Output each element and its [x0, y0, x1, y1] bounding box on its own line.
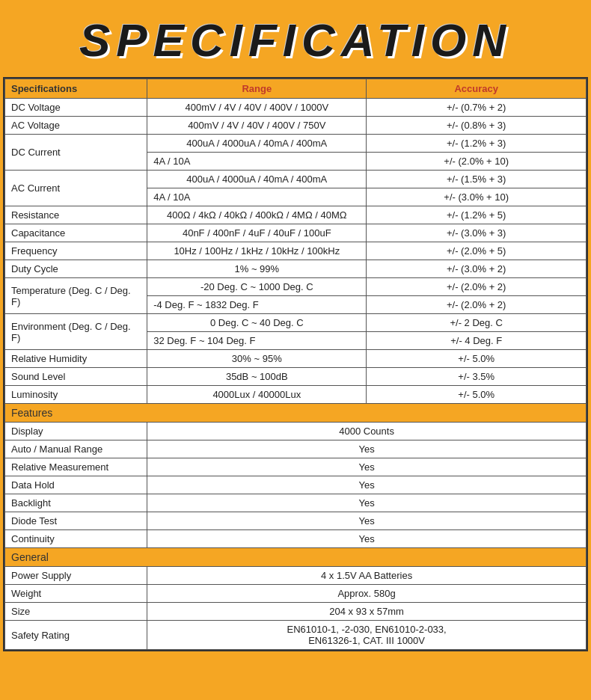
general-value: 204 x 93 x 57mm: [147, 603, 587, 621]
general-value: Approx. 580g: [147, 585, 587, 603]
spec-range: 4A / 10A: [147, 153, 367, 171]
col-header-specifications: Specifications: [5, 79, 147, 99]
spec-accuracy: +/- (3.0% + 2): [367, 260, 587, 278]
general-value: 4 x 1.5V AA Batteries: [147, 567, 587, 585]
specification-table: Specifications Range Accuracy DC Voltage…: [4, 79, 587, 650]
feature-label: Auto / Manual Range: [5, 440, 147, 458]
table-row: Resistance400Ω / 4kΩ / 40kΩ / 400kΩ / 4M…: [5, 206, 587, 224]
spec-label: Environment (Deg. C / Deg. F): [5, 314, 147, 350]
spec-range: 4000Lux / 40000Lux: [147, 386, 367, 404]
spec-table-wrapper: Specifications Range Accuracy DC Voltage…: [3, 77, 588, 651]
spec-range: 400uA / 4000uA / 40mA / 400mA: [147, 135, 367, 153]
spec-accuracy: +/- (3.0% + 3): [367, 224, 587, 242]
general-section-header: General: [5, 548, 587, 567]
spec-range: 400uA / 4000uA / 40mA / 400mA: [147, 171, 367, 188]
table-row: Auto / Manual RangeYes: [5, 440, 587, 458]
spec-accuracy: +/- (3.0% + 10): [367, 188, 587, 206]
table-row: Relative Humidity30% ~ 95%+/- 5.0%: [5, 350, 587, 368]
feature-value: Yes: [147, 512, 587, 530]
feature-label: Continuity: [5, 530, 147, 548]
spec-label: Sound Level: [5, 368, 147, 386]
feature-label: Relative Measurement: [5, 458, 147, 476]
table-row: Power Supply4 x 1.5V AA Batteries: [5, 567, 587, 585]
general-value: EN61010-1, -2-030, EN61010-2-033, EN6132…: [147, 621, 587, 650]
table-row: Data HoldYes: [5, 476, 587, 494]
spec-label: AC Voltage: [5, 117, 147, 135]
spec-accuracy: +/- 5.0%: [367, 386, 587, 404]
page-title: SPECIFICATION: [7, 13, 584, 67]
features-section-header: Features: [5, 404, 587, 423]
page-header: SPECIFICATION: [0, 0, 591, 77]
spec-accuracy: +/- 2 Deg. C: [367, 314, 587, 332]
table-row: Luminosity4000Lux / 40000Lux+/- 5.0%: [5, 386, 587, 404]
spec-range: 35dB ~ 100dB: [147, 368, 367, 386]
table-row: Diode TestYes: [5, 512, 587, 530]
spec-range: 1% ~ 99%: [147, 260, 367, 278]
spec-label: Resistance: [5, 206, 147, 224]
feature-value: 4000 Counts: [147, 423, 587, 440]
table-row: DC Current400uA / 4000uA / 40mA / 400mA+…: [5, 135, 587, 153]
spec-range: 0 Deg. C ~ 40 Deg. C: [147, 314, 367, 332]
general-label: Safety Rating: [5, 621, 147, 650]
spec-range: -20 Deg. C ~ 1000 Deg. C: [147, 278, 367, 296]
feature-label: Diode Test: [5, 512, 147, 530]
feature-label: Display: [5, 423, 147, 440]
table-row: BacklightYes: [5, 494, 587, 512]
spec-label: Duty Cycle: [5, 260, 147, 278]
spec-label: Capacitance: [5, 224, 147, 242]
table-row: WeightApprox. 580g: [5, 585, 587, 603]
spec-label: Frequency: [5, 242, 147, 260]
spec-range: 4A / 10A: [147, 188, 367, 206]
spec-accuracy: +/- (0.7% + 2): [367, 99, 587, 117]
spec-range: 30% ~ 95%: [147, 350, 367, 368]
table-row: ContinuityYes: [5, 530, 587, 548]
table-header-row: Specifications Range Accuracy: [5, 79, 587, 99]
spec-accuracy: +/- (0.8% + 3): [367, 117, 587, 135]
table-row: Environment (Deg. C / Deg. F)0 Deg. C ~ …: [5, 314, 587, 332]
table-row: Size204 x 93 x 57mm: [5, 603, 587, 621]
spec-accuracy: +/- 4 Deg. F: [367, 332, 587, 350]
table-row: Relative MeasurementYes: [5, 458, 587, 476]
feature-label: Data Hold: [5, 476, 147, 494]
spec-accuracy: +/- (2.0% + 2): [367, 278, 587, 296]
spec-accuracy: +/- (1.2% + 5): [367, 206, 587, 224]
spec-range: 10Hz / 100Hz / 1kHz / 10kHz / 100kHz: [147, 242, 367, 260]
spec-label: Relative Humidity: [5, 350, 147, 368]
spec-label: Luminosity: [5, 386, 147, 404]
table-row: Frequency10Hz / 100Hz / 1kHz / 10kHz / 1…: [5, 242, 587, 260]
spec-accuracy: +/- (1.5% + 3): [367, 171, 587, 188]
feature-value: Yes: [147, 530, 587, 548]
spec-accuracy: +/- (2.0% + 10): [367, 153, 587, 171]
col-header-range: Range: [147, 79, 367, 99]
spec-range: 400mV / 4V / 40V / 400V / 750V: [147, 117, 367, 135]
table-row: Display4000 Counts: [5, 423, 587, 440]
table-row: Safety RatingEN61010-1, -2-030, EN61010-…: [5, 621, 587, 650]
table-row: AC Voltage400mV / 4V / 40V / 400V / 750V…: [5, 117, 587, 135]
general-label: Weight: [5, 585, 147, 603]
table-row: DC Voltage400mV / 4V / 40V / 400V / 1000…: [5, 99, 587, 117]
table-body: DC Voltage400mV / 4V / 40V / 400V / 1000…: [5, 99, 587, 650]
table-row: Duty Cycle1% ~ 99%+/- (3.0% + 2): [5, 260, 587, 278]
spec-accuracy: +/- (2.0% + 5): [367, 242, 587, 260]
feature-value: Yes: [147, 494, 587, 512]
features-header-label: Features: [5, 404, 587, 423]
feature-value: Yes: [147, 458, 587, 476]
table-row: Temperature (Deg. C / Deg. F)-20 Deg. C …: [5, 278, 587, 296]
spec-range: 32 Deg. F ~ 104 Deg. F: [147, 332, 367, 350]
spec-accuracy: +/- 5.0%: [367, 350, 587, 368]
spec-label: Temperature (Deg. C / Deg. F): [5, 278, 147, 314]
spec-accuracy: +/- 3.5%: [367, 368, 587, 386]
spec-label: AC Current: [5, 171, 147, 206]
feature-value: Yes: [147, 476, 587, 494]
table-row: Capacitance40nF / 400nF / 4uF / 40uF / 1…: [5, 224, 587, 242]
general-label: Power Supply: [5, 567, 147, 585]
spec-label: DC Current: [5, 135, 147, 171]
spec-range: -4 Deg. F ~ 1832 Deg. F: [147, 296, 367, 314]
spec-accuracy: +/- (1.2% + 3): [367, 135, 587, 153]
spec-range: 400Ω / 4kΩ / 40kΩ / 400kΩ / 4MΩ / 40MΩ: [147, 206, 367, 224]
feature-value: Yes: [147, 440, 587, 458]
general-label: Size: [5, 603, 147, 621]
table-row: AC Current400uA / 4000uA / 40mA / 400mA+…: [5, 171, 587, 188]
col-header-accuracy: Accuracy: [367, 79, 587, 99]
general-header-label: General: [5, 548, 587, 567]
